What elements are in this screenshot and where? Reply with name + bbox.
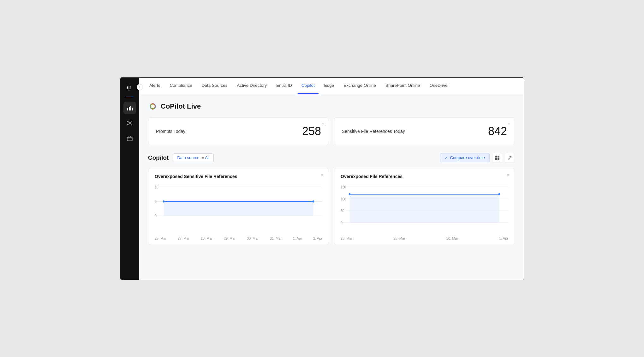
section-left: Copilot Data source = All — [148, 153, 214, 162]
svg-point-18 — [151, 104, 155, 108]
svg-point-6 — [129, 122, 130, 124]
check-icon: ✓ — [445, 156, 448, 160]
stat-value-sensitive: 842 — [488, 125, 507, 138]
svg-line-11 — [128, 122, 129, 122]
svg-text:150: 150 — [341, 185, 346, 189]
x-label: 28. Mar — [393, 236, 405, 240]
svg-text:ψ: ψ — [127, 84, 131, 91]
page-header: CoPilot Live — [148, 102, 515, 111]
stat-value-prompts: 258 — [302, 125, 321, 138]
compare-label: Compare over time — [450, 155, 485, 160]
svg-rect-21 — [495, 158, 497, 160]
x-label: 28. Mar — [201, 236, 212, 240]
svg-rect-2 — [127, 108, 128, 110]
svg-point-45 — [498, 193, 500, 195]
sidebar: ψ — [120, 78, 139, 280]
grid-view-button[interactable] — [492, 153, 502, 163]
stat-card-sensitive-menu[interactable]: ≡ — [508, 122, 510, 127]
svg-text:5: 5 — [155, 199, 157, 203]
x-label: 2. Apr — [313, 236, 322, 240]
chart-2-svg: 150 100 50 0 — [341, 183, 508, 234]
filter-value: All — [205, 155, 209, 160]
chart-1-title: Overexposed Sensitive File References — [155, 174, 322, 179]
svg-rect-3 — [129, 107, 130, 110]
svg-line-14 — [130, 123, 131, 124]
svg-point-7 — [128, 121, 128, 122]
x-label: 1. Apr — [293, 236, 302, 240]
sidebar-item-briefcase[interactable] — [123, 132, 136, 145]
svg-point-33 — [313, 200, 314, 202]
stat-card-sensitive: ≡ Sensitive File References Today 842 — [334, 117, 515, 145]
chart-1-menu[interactable]: ≡ — [321, 173, 324, 178]
svg-point-32 — [163, 200, 165, 202]
page-content: CoPilot Live ≡ Prompts Today 258 ≡ Sensi… — [139, 94, 524, 280]
export-icon — [507, 155, 512, 160]
stat-card-prompts: ≡ Prompts Today 258 — [148, 117, 329, 145]
nav-item-alerts[interactable]: Alerts — [146, 77, 164, 94]
nav-item-onedrive[interactable]: OneDrive — [426, 77, 451, 94]
grid-icon — [495, 155, 500, 160]
svg-rect-23 — [508, 158, 510, 160]
x-label: 30. Mar — [446, 236, 458, 240]
stat-label-sensitive: Sensitive File References Today — [342, 129, 405, 134]
svg-point-9 — [128, 124, 128, 125]
chart-overexposed-sensitive: ≡ Overexposed Sensitive File References … — [148, 168, 329, 245]
chart-overexposed-file: ≡ Overexposed File References 150 100 50… — [334, 168, 515, 245]
svg-line-13 — [128, 123, 129, 124]
stat-label-prompts: Prompts Today — [156, 129, 185, 134]
svg-text:10: 10 — [155, 185, 158, 189]
copilot-logo-icon — [148, 102, 158, 111]
nav-item-data-sources[interactable]: Data Sources — [198, 77, 231, 94]
sidebar-divider — [126, 97, 134, 97]
svg-point-8 — [131, 121, 132, 122]
svg-rect-22 — [498, 158, 499, 160]
main-content: Alerts Compliance Data Sources Active Di… — [139, 78, 524, 280]
chart-2-title: Overexposed File References — [341, 174, 508, 179]
sidebar-expand-button[interactable]: › — [137, 84, 143, 90]
nav-item-exchange-online[interactable]: Exchange Online — [340, 77, 380, 94]
svg-rect-4 — [130, 106, 131, 110]
chart-2-x-axis: 26. Mar 28. Mar 30. Mar 1. Apr — [341, 236, 508, 240]
x-label: 31. Mar — [270, 236, 282, 240]
svg-point-10 — [131, 124, 132, 125]
sidebar-nav — [120, 102, 139, 145]
svg-rect-5 — [132, 108, 133, 110]
filter-label: Data source — [177, 155, 199, 160]
network-icon — [127, 120, 133, 126]
svg-rect-19 — [495, 156, 497, 158]
sidebar-item-network[interactable] — [123, 117, 136, 129]
svg-marker-42 — [349, 194, 499, 223]
top-navigation: Alerts Compliance Data Sources Active Di… — [139, 78, 524, 94]
nav-item-copilot[interactable]: Copilot — [298, 77, 319, 94]
app-logo: ψ — [124, 81, 135, 93]
nav-item-entra-id[interactable]: Entra ID — [272, 77, 296, 94]
svg-text:100: 100 — [341, 197, 346, 201]
x-label: 30. Mar — [247, 236, 259, 240]
svg-rect-20 — [498, 156, 499, 158]
x-label: 26. Mar — [155, 236, 166, 240]
nav-item-compliance[interactable]: Compliance — [166, 77, 196, 94]
sidebar-item-dashboard[interactable] — [123, 102, 136, 114]
chart-1-svg: 10 5 0 — [155, 183, 322, 234]
nav-item-active-directory[interactable]: Active Directory — [233, 77, 271, 94]
section-header: Copilot Data source = All ✓ Compare over… — [148, 153, 515, 163]
section-title: Copilot — [148, 154, 169, 161]
data-source-filter[interactable]: Data source = All — [173, 153, 213, 162]
x-label: 27. Mar — [178, 236, 189, 240]
svg-point-44 — [349, 193, 351, 195]
chart-2-menu[interactable]: ≡ — [507, 173, 510, 178]
nav-item-sharepoint-online[interactable]: SharePoint Online — [382, 77, 424, 94]
page-title: CoPilot Live — [161, 102, 201, 110]
x-label: 1. Apr — [499, 236, 508, 240]
svg-text:50: 50 — [341, 209, 344, 213]
x-label: 26. Mar — [341, 236, 352, 240]
x-label: 29. Mar — [224, 236, 236, 240]
svg-marker-30 — [164, 201, 313, 216]
stat-card-prompts-menu[interactable]: ≡ — [322, 122, 324, 127]
nav-item-edge[interactable]: Edge — [320, 77, 338, 94]
charts-row: ≡ Overexposed Sensitive File References … — [148, 168, 515, 245]
svg-line-12 — [130, 122, 131, 122]
chart-icon — [127, 105, 133, 111]
compare-over-time-button[interactable]: ✓ Compare over time — [440, 153, 490, 162]
export-button[interactable] — [505, 153, 515, 163]
